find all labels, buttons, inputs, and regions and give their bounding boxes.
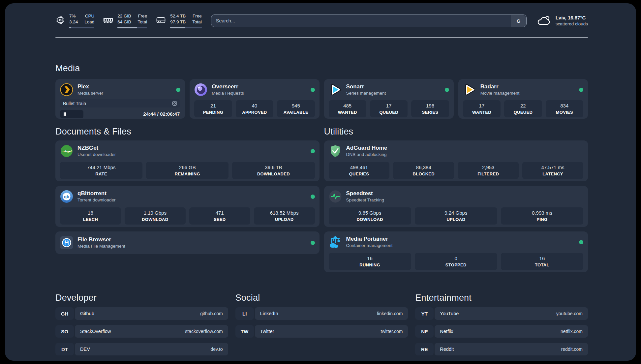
overseerr-icon — [194, 83, 207, 96]
stat-label: APPROVED — [237, 110, 272, 115]
disk-total-value: 97.9 TB — [170, 19, 186, 25]
app-card-nzbget[interactable]: nzbget NZBGet Usenet downloader 74 — [55, 140, 320, 181]
stat-label: QUEUED — [371, 110, 406, 115]
memory-total-value: 64 GiB — [117, 19, 131, 25]
stat-label: AVAILABLE — [278, 110, 313, 115]
app-subtitle: DNS and adblocking — [346, 152, 387, 158]
stat-value: 16 — [502, 255, 582, 261]
stat-label: SERIES — [412, 110, 447, 115]
section-entertainment: Entertainment YT YouTube youtube.com NF … — [415, 293, 588, 355]
svg-text:qb: qb — [64, 194, 69, 199]
app-subtitle: Media server — [77, 90, 103, 96]
stat-value: 39.6 TB — [233, 164, 313, 170]
link-url: dev.to — [211, 347, 223, 352]
link-name: Netflix — [440, 329, 453, 334]
portainer-icon — [329, 235, 342, 249]
app-card-plex[interactable]: Plex Media server Bullet Train — [55, 79, 185, 119]
now-playing-session-icon[interactable] — [172, 101, 177, 106]
link-row-linkedin[interactable]: LI LinkedIn linkedin.com — [235, 307, 408, 320]
link-abbr: LI — [235, 307, 254, 320]
stat-label: SEED — [191, 217, 249, 222]
stat-tile: 16 RUNNING — [329, 253, 411, 270]
link-row-github[interactable]: GH Github github.com — [55, 307, 228, 320]
stat-label: LATENCY — [524, 171, 582, 176]
app-card-radarr[interactable]: Radarr Movie management 17 WANTED 22 QUE… — [458, 79, 588, 119]
stat-value: 47.571 ms — [524, 164, 582, 170]
search-bar: G — [211, 15, 527, 27]
stat-tile: 485 WANTED — [329, 100, 366, 117]
link-name: Github — [80, 311, 94, 316]
stat-value: 834 — [547, 103, 582, 109]
link-abbr: TW — [235, 325, 254, 338]
stat-label: MOVIES — [547, 110, 582, 115]
svg-text:nzbget: nzbget — [62, 149, 72, 153]
disk-total-label: Total — [192, 19, 202, 25]
link-row-twitter[interactable]: TW Twitter twitter.com — [235, 325, 408, 338]
app-subtitle: Series management — [346, 90, 386, 96]
section-utilities: Utilities — [324, 127, 588, 272]
stat-value: 0.993 ms — [502, 210, 582, 216]
stat-value: 266 GB — [147, 164, 227, 170]
app-card-sonarr[interactable]: Sonarr Series management 485 WANTED 17 Q… — [324, 79, 454, 119]
section-media: Media Plex Media server — [55, 63, 588, 119]
stat-value: 2,953 — [459, 164, 517, 170]
qbittorrent-icon: qb — [60, 190, 73, 203]
stat-tile: 47.571 ms LATENCY — [522, 162, 583, 179]
stat-value: 945 — [278, 103, 313, 109]
app-title: AdGuard Home — [346, 144, 387, 151]
link-abbr: YT — [415, 307, 434, 320]
stat-value: 17 — [464, 103, 499, 109]
stat-value: 9.65 Gbps — [330, 210, 410, 216]
stat-tile: 21 PENDING — [194, 100, 232, 117]
link-row-netflix[interactable]: NF Netflix netflix.com — [415, 325, 588, 338]
app-card-adguard[interactable]: AdGuard Home DNS and adblocking 498,461 … — [324, 140, 588, 181]
app-title: File Browser — [77, 236, 125, 243]
link-row-dev[interactable]: DT DEV dev.to — [55, 343, 228, 355]
app-card-speedtest[interactable]: Speedtest Speedtest Tracking 9.65 Gbps D… — [324, 186, 588, 227]
section-title-social: Social — [235, 293, 408, 303]
playback-progress[interactable]: 24:44 / 02:06:47 — [60, 110, 180, 118]
section-developer: Developer GH Github github.com SO StackO… — [55, 293, 228, 355]
search-engine-button[interactable]: G — [511, 15, 526, 27]
memory-icon — [103, 15, 113, 25]
section-title-utilities: Utilities — [324, 127, 588, 136]
app-card-overseerr[interactable]: Overseerr Media Requests 21 PENDING 40 A… — [190, 79, 319, 119]
disk-free-label: Free — [192, 13, 202, 19]
pause-icon[interactable] — [63, 112, 67, 116]
stat-value: 196 — [412, 103, 447, 109]
stat-tile: 86,384 BLOCKED — [393, 162, 454, 179]
stat-value: 744.21 Mbps — [61, 164, 141, 170]
link-row-stackoverflow[interactable]: SO StackOverflow stackoverflow.com — [55, 325, 228, 338]
stat-tile: 196 SERIES — [411, 100, 449, 117]
disk-progress-bar — [170, 27, 202, 28]
stat-label: STOPPED — [416, 262, 496, 267]
sonarr-icon — [329, 83, 342, 96]
stat-label: DOWNLOAD — [126, 217, 184, 222]
system-stat-cpu: 7% 3.24 CPU Load — [55, 13, 94, 28]
radarr-icon — [463, 83, 476, 96]
link-row-reddit[interactable]: RE Reddit reddit.com — [415, 343, 588, 355]
stat-value: 16 — [330, 255, 410, 261]
stat-tile: 40 APPROVED — [236, 100, 273, 117]
system-stat-disk: 52.4 TB 97.9 TB Free Total — [156, 13, 202, 28]
app-title: qBittorrent — [77, 190, 116, 197]
app-card-filebrowser[interactable]: File Browser Media File Management — [55, 231, 320, 254]
app-card-qbittorrent[interactable]: qb qBittorrent Torrent downloader — [55, 186, 320, 227]
link-name: StackOverflow — [80, 329, 111, 334]
app-card-portainer[interactable]: Media Portainer Container management 16 … — [324, 231, 588, 272]
section-documents: Documents & Files nzbget — [55, 127, 320, 272]
now-playing-title: Bullet Train — [63, 101, 86, 106]
stat-value: 9.24 Gbps — [416, 210, 496, 216]
cpu-icon — [55, 15, 65, 25]
app-subtitle: Media Requests — [212, 90, 244, 96]
app-title: Speedtest — [346, 190, 384, 197]
link-url: netflix.com — [561, 329, 583, 334]
app-title: Media Portainer — [346, 235, 393, 242]
search-input[interactable] — [211, 15, 527, 27]
top-bar: 7% 3.24 CPU Load — [55, 3, 588, 28]
link-row-youtube[interactable]: YT YouTube youtube.com — [415, 307, 588, 320]
stat-value: 86,384 — [394, 164, 453, 170]
stat-label: BLOCKED — [394, 171, 453, 176]
section-social: Social LI LinkedIn linkedin.com TW Twitt… — [235, 293, 408, 355]
status-dot — [579, 240, 583, 244]
